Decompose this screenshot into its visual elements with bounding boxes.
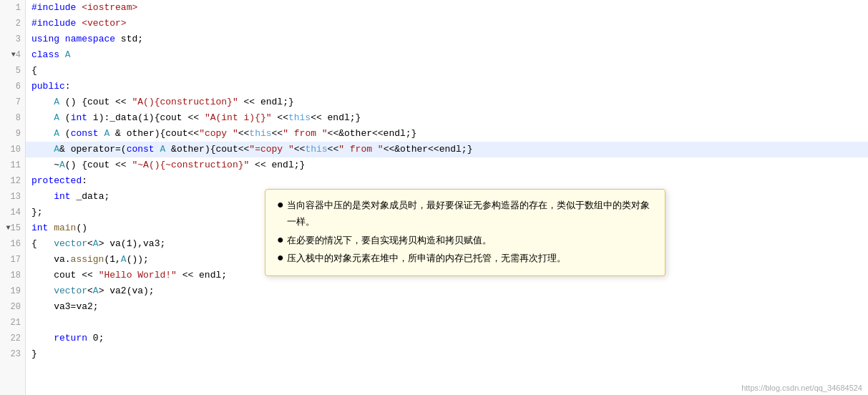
token-normal: va3=va2; [31, 299, 99, 315]
code-line-7: A () {cout << "A(){construction}" << end… [26, 94, 868, 110]
token-keyword: int [54, 189, 70, 205]
token-normal: { [31, 236, 54, 252]
token-string: "=copy " [249, 142, 293, 157]
line-num-21: 21 [0, 315, 25, 331]
token-normal: () { [65, 157, 87, 173]
token-classname: A [121, 252, 127, 268]
token-normal: : [82, 173, 87, 189]
token-function2: main [54, 220, 76, 236]
line-num-17: 17 [0, 252, 25, 268]
code-line-20: va3=va2; [26, 299, 868, 315]
token-normal: & operator=( [59, 142, 127, 157]
token-keyword2: this [305, 142, 327, 157]
token-normal: << [294, 142, 306, 157]
code-line-2: #include <vector> [26, 16, 868, 31]
line-num-18: 18 [0, 268, 25, 283]
line-num-16: 16 [0, 236, 25, 252]
token-string: " from " [283, 126, 327, 142]
token-string: "~A(){~construction}" [132, 157, 249, 173]
token-normal: << endl;} [311, 110, 361, 126]
tooltip-bullet-3: ●压入栈中的对象元素在堆中，所申请的内存已托管，无需再次打理。 [277, 250, 653, 266]
line-num-7: 7 [0, 94, 25, 110]
token-classname: A [65, 47, 71, 63]
line-num-11: 11 [0, 157, 25, 173]
token-normal [31, 142, 54, 157]
token-normal: << [272, 126, 283, 142]
token-normal: <<&other<<endl;} [384, 142, 473, 157]
bullet-text: 当向容器中压的是类对象成员时，最好要保证无参构造器的存在，类似于数组中的类对象一… [287, 197, 653, 230]
token-include: <iostream> [82, 0, 137, 16]
token-classname: A [54, 142, 59, 157]
token-function: cout [87, 94, 109, 110]
token-normal: << [109, 157, 132, 173]
bullet-dot-icon: ● [277, 250, 284, 265]
line-num-2: 2 [0, 16, 25, 31]
line-num-10: 10 [0, 142, 25, 157]
token-normal: 0; [87, 331, 104, 346]
token-normal [31, 110, 54, 126]
token-include: <vector> [82, 16, 126, 31]
token-function: cout [31, 268, 76, 283]
token-classname: A [59, 157, 65, 173]
token-normal: << [109, 94, 132, 110]
line-num-6: 6 [0, 79, 25, 94]
code-line-22: return 0; [26, 331, 868, 346]
watermark: https://blog.csdn.net/qq_34684524 [741, 384, 862, 392]
token-normal [31, 283, 54, 299]
token-keyword: return [54, 331, 87, 346]
line-num-23: 23 [0, 346, 25, 362]
code-line-12: protected: [26, 173, 868, 189]
token-normal [48, 220, 54, 236]
code-line-9: A (const A & other){cout<<"copy "<<this<… [26, 126, 868, 142]
token-string: "A(int i){}" [205, 110, 272, 126]
token-normal: << [328, 142, 339, 157]
token-normal: > [99, 236, 110, 252]
token-normal: ~ [31, 157, 59, 173]
token-classname: A [54, 110, 59, 126]
token-string: " from " [338, 142, 383, 157]
token-normal: < [87, 236, 93, 252]
code-line-8: A (int i):_data(i){cout << "A(int i){}" … [26, 110, 868, 126]
token-normal: << [238, 142, 250, 157]
token-classname: A [54, 126, 59, 142]
token-normal: << [238, 126, 250, 142]
line-num-19: 19 [0, 283, 25, 299]
token-normal: << [272, 110, 288, 126]
token-normal: & other){ [109, 126, 165, 142]
token-function: cout [216, 142, 238, 157]
token-normal: } [31, 346, 37, 362]
token-keyword: namespace [65, 31, 115, 47]
token-normal [76, 0, 82, 16]
line-num-12: 12 [0, 173, 25, 189]
token-normal: ( [59, 110, 71, 126]
token-string: "copy " [199, 126, 238, 142]
tooltip-box: ●当向容器中压的是类对象成员时，最好要保证无参构造器的存在，类似于数组中的类对象… [265, 189, 665, 276]
token-preprocessor: #include [31, 16, 76, 31]
token-normal: (1, [104, 252, 120, 268]
token-function: cout [160, 110, 182, 126]
code-line-3: using namespace std; [26, 31, 868, 47]
token-normal: <<&other<<endl;} [328, 126, 417, 142]
token-normal: { [31, 63, 37, 79]
token-function: cout [165, 126, 187, 142]
token-keyword: public [31, 79, 65, 94]
token-normal: < [87, 283, 93, 299]
code-line-23: } [26, 346, 868, 362]
line-num-9: 9 [0, 126, 25, 142]
token-normal [76, 16, 82, 31]
tooltip-bullet-2: ●在必要的情况下，要自实现拷贝构造和拷贝赋值。 [277, 232, 653, 248]
code-line-19: vector<A> va2(va); [26, 283, 868, 299]
line-num-5: 5 [0, 63, 25, 79]
token-keyword2: this [288, 110, 311, 126]
token-normal: << endl;} [249, 157, 305, 173]
line-num-15: ▼ 15 [0, 220, 25, 236]
code-editor: 123▼ 4567891011121314▼ 15161718192021222… [0, 0, 868, 395]
token-template: vector [54, 236, 87, 252]
line-num-4: ▼ 4 [0, 47, 25, 63]
token-normal [31, 94, 54, 110]
token-classname: A [54, 94, 59, 110]
code-line-10: A& operator=(const A &other){cout<<"=cop… [26, 142, 868, 157]
token-normal [31, 189, 54, 205]
token-normal: ( [59, 126, 71, 142]
token-classname: A [93, 236, 99, 252]
